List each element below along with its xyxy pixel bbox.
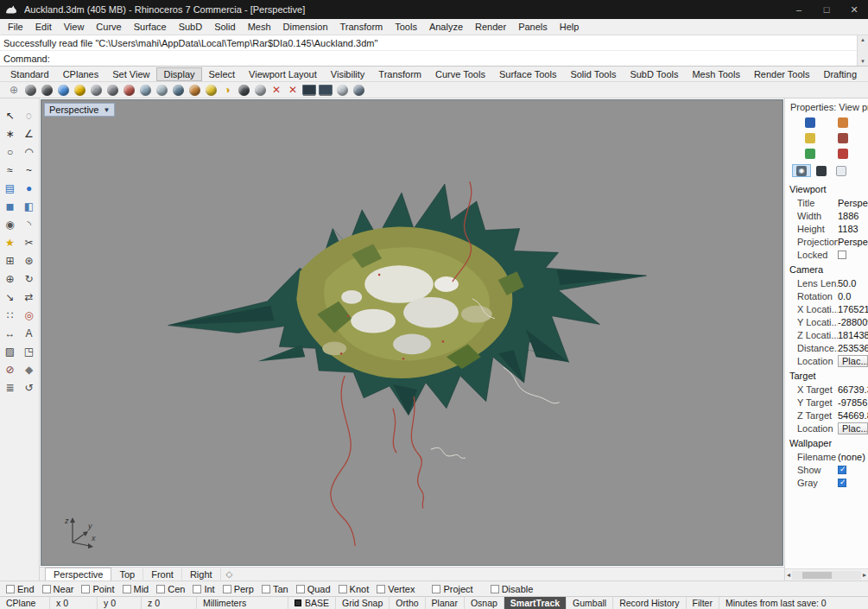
viewport-layout[interactable]: Viewport Layout (242, 67, 324, 81)
select-arrow-icon[interactable]: ↖ (1, 107, 20, 124)
wireframe-globe-icon[interactable]: ⊕ (6, 83, 22, 98)
named-views-panel-icon[interactable] (832, 164, 851, 177)
join-icon[interactable]: ⊞ (1, 252, 20, 270)
ghost-sphere-icon[interactable] (334, 83, 350, 98)
viewport-tab-new-icon[interactable]: ◇ (221, 568, 238, 580)
backdrop-monitor-icon[interactable] (318, 83, 333, 98)
menu-item[interactable]: Dimension (277, 22, 334, 32)
knot[interactable]: Knot (339, 584, 370, 594)
gumball[interactable]: Gumball (567, 597, 613, 609)
display-panel-icon[interactable] (812, 164, 831, 177)
move-icon[interactable]: ⊕ (1, 270, 20, 288)
menu-item[interactable]: Surface (128, 22, 173, 32)
x-0[interactable]: x 0 (50, 597, 98, 609)
artistic-sphere-icon[interactable] (121, 83, 136, 98)
cplanes[interactable]: CPlanes (56, 67, 106, 81)
near[interactable]: Near (42, 584, 74, 594)
disable[interactable]: Disable (491, 584, 534, 594)
menu-item[interactable]: Render (469, 22, 512, 32)
dark-sphere-icon[interactable] (39, 83, 54, 98)
delete-display-icon[interactable]: ✕ (285, 83, 301, 98)
material-panel-icon[interactable] (827, 116, 859, 129)
command-history-scrollbar[interactable]: ▲ ▼ (857, 35, 868, 66)
twotone-sphere-icon[interactable] (170, 83, 186, 98)
sphere-icon[interactable]: ● (20, 180, 39, 197)
osnap-checkbox[interactable] (193, 585, 201, 593)
scroll-up-icon[interactable]: ▲ (860, 37, 865, 42)
viewport-title-menu[interactable]: Perspective ▼ (44, 103, 115, 117)
block-icon[interactable]: ◳ (20, 343, 39, 360)
smarttrack[interactable]: SmartTrack (504, 597, 567, 609)
property-value[interactable]: 0.0 (838, 291, 868, 301)
place-button[interactable]: Plac... (838, 355, 868, 367)
scroll-down-icon[interactable]: ▼ (860, 59, 865, 64)
gumball-icon[interactable]: ◎ (20, 307, 39, 324)
minimize-button[interactable]: – (785, 0, 813, 19)
property-value[interactable]: -97856. (838, 397, 868, 408)
monitor-icon[interactable] (301, 83, 317, 98)
osnap-checkbox[interactable] (491, 585, 499, 593)
scrollbar-track[interactable] (792, 571, 861, 580)
fillet-icon[interactable]: ◝ (20, 216, 39, 233)
cen[interactable]: Cen (156, 584, 185, 594)
property-value[interactable]: 54669.8 (838, 410, 868, 421)
menu-item[interactable]: Analyze (423, 22, 469, 32)
transform[interactable]: Transform (371, 67, 428, 81)
extrude-icon[interactable]: ◧ (20, 198, 39, 215)
property-value[interactable]: 1183 (838, 224, 868, 234)
filter[interactable]: Filter (687, 597, 719, 609)
layers-icon[interactable]: ≣ (1, 379, 20, 396)
rotate-icon[interactable]: ↻ (20, 270, 39, 288)
hide-object-icon[interactable]: ⊘ (1, 361, 20, 378)
scroll-right-icon[interactable]: ▸ (863, 571, 866, 579)
osnap-checkbox[interactable] (123, 585, 131, 593)
menu-item[interactable]: Solid (208, 22, 241, 32)
ortho[interactable]: Ortho (390, 597, 425, 609)
crescent-icon[interactable]: ◑ (219, 83, 235, 98)
menu-item[interactable]: SubD (173, 22, 209, 32)
explode-icon[interactable]: ⊛ (20, 252, 39, 270)
menu-item[interactable]: Edit (29, 22, 58, 32)
refresh-display-icon[interactable] (351, 83, 366, 98)
property-value[interactable]: 181438. (838, 330, 868, 340)
end[interactable]: End (6, 584, 35, 594)
tan[interactable]: Tan (262, 584, 288, 594)
osnap-checkbox[interactable] (156, 585, 165, 593)
layers-panel-icon[interactable] (794, 131, 827, 144)
freeform-curve-icon[interactable]: ~ (20, 162, 39, 179)
property-value[interactable]: 253536. (838, 343, 868, 353)
planar[interactable]: Planar (426, 597, 465, 609)
hide-red-x-icon[interactable]: ✕ (269, 83, 284, 98)
libraries-panel-icon[interactable] (827, 147, 859, 160)
mid[interactable]: Mid (123, 584, 149, 594)
undo-icon[interactable]: ↺ (20, 379, 39, 396)
osnap-checkbox[interactable] (262, 585, 270, 593)
drafting[interactable]: Drafting (817, 67, 865, 81)
osnap-checkbox[interactable] (377, 585, 385, 593)
text-icon[interactable]: A (20, 325, 39, 342)
osnap-checkbox[interactable] (42, 585, 51, 593)
polyline-icon[interactable]: ∠ (20, 125, 39, 143)
surface-tools[interactable]: Surface Tools (492, 67, 563, 81)
cylinder-display-icon[interactable] (154, 83, 169, 98)
osnap[interactable]: Osnap (465, 597, 504, 609)
perspective-viewport[interactable]: Perspective ▼ (41, 99, 783, 566)
menu-item[interactable]: Transform (334, 22, 390, 32)
maximize-button[interactable]: □ (813, 0, 840, 19)
property-value[interactable]: 1886 (838, 211, 868, 221)
quad[interactable]: Quad (296, 584, 331, 594)
menu-item[interactable]: Mesh (242, 22, 277, 32)
box-icon[interactable]: ◼ (1, 198, 20, 215)
menu-item[interactable]: Curve (90, 22, 127, 32)
curve-tools[interactable]: Curve Tools (428, 67, 492, 81)
menu-item[interactable]: Panels (512, 22, 554, 32)
property-value[interactable]: (none) (838, 452, 868, 462)
record-history[interactable]: Record History (613, 597, 686, 609)
auckland-terrain-model[interactable] (41, 100, 782, 565)
arc-icon[interactable]: ◠ (20, 143, 39, 161)
properties-panel-icon[interactable] (794, 116, 827, 129)
z-0[interactable]: z 0 (142, 597, 197, 609)
minutes-from-last-save-0[interactable]: Minutes from last save: 0 (719, 597, 868, 609)
solid-tools[interactable]: Solid Tools (563, 67, 623, 81)
scrollbar-thumb[interactable] (802, 572, 832, 579)
